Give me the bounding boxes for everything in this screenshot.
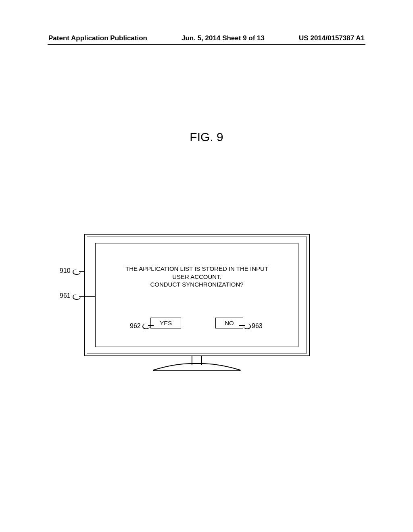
dialog-line-1: THE APPLICATION LIST IS STORED IN THE IN… [96,265,298,273]
ref-962-leader [142,324,150,329]
dialog-line-2: USER ACCOUNT. [96,273,298,281]
ref-961-leader-line [79,296,95,297]
ref-910-leader-line [79,271,85,272]
figure-title: FIG. 9 [0,130,413,144]
ref-963-leader-line [239,325,245,326]
header-right: US 2014/0157387 A1 [299,34,365,42]
yes-button[interactable]: YES [150,318,181,328]
dialog-box: THE APPLICATION LIST IS STORED IN THE IN… [95,243,298,347]
ref-910-leader [73,269,81,275]
dialog-message: THE APPLICATION LIST IS STORED IN THE IN… [96,265,298,289]
ref-963-leader [244,324,251,329]
ref-961-leader [73,294,81,300]
ref-962: 962 [130,322,141,330]
dialog-line-3: CONDUCT SYNCHRONIZATION? [96,281,298,289]
no-button[interactable]: NO [215,318,243,328]
dialog-button-row: YES NO [96,318,298,328]
monitor-frame-inner: THE APPLICATION LIST IS STORED IN THE IN… [87,237,307,353]
page-header: Patent Application Publication Jun. 5, 2… [0,34,413,42]
monitor-device: THE APPLICATION LIST IS STORED IN THE IN… [84,234,310,372]
monitor-frame-outer: THE APPLICATION LIST IS STORED IN THE IN… [84,234,310,356]
ref-961: 961 [60,292,71,299]
monitor-neck [192,356,202,365]
header-center: Jun. 5, 2014 Sheet 9 of 13 [181,34,265,42]
ref-910: 910 [60,267,71,274]
header-left: Patent Application Publication [48,34,147,42]
header-rule [48,44,365,45]
ref-963: 963 [252,322,263,330]
ref-962-leader-line [148,325,154,326]
